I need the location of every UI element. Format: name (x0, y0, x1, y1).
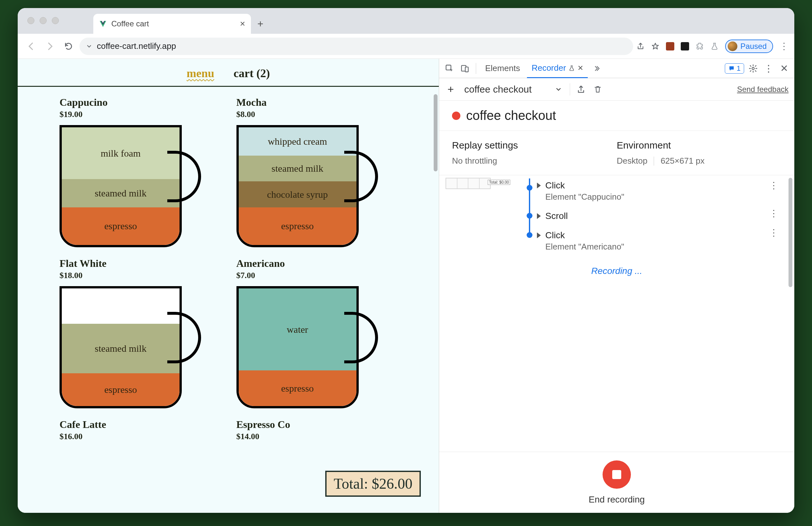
flask-icon (568, 65, 575, 71)
export-icon[interactable] (575, 84, 587, 95)
delete-icon[interactable] (592, 84, 604, 95)
minimize-window[interactable] (40, 17, 47, 24)
step-type: Click (545, 230, 565, 240)
reload-button[interactable] (61, 39, 76, 54)
product-mocha[interactable]: Mocha$8.00whipped creamsteamed milkchoco… (236, 96, 397, 247)
devtools-panel: Elements Recorder ✕ 1 ⋮ ✕ + (439, 59, 794, 513)
layer-espresso: espresso (239, 371, 357, 406)
scrollbar[interactable] (788, 178, 792, 287)
layer-steamed-milk: steamed milk (62, 179, 179, 207)
bookmark-icon[interactable] (651, 42, 659, 50)
browser-tab[interactable]: Coffee cart × (93, 14, 251, 34)
devtools-menu-icon[interactable]: ⋮ (762, 62, 775, 75)
end-recording-label: End recording (589, 495, 645, 505)
layer-blank (62, 288, 179, 324)
step-click[interactable]: Click Element "Americano" ⋮ (523, 226, 785, 256)
step-desc: Element "Cappucino" (545, 192, 785, 202)
inspect-icon[interactable] (443, 62, 456, 75)
step-menu-icon[interactable]: ⋮ (769, 212, 778, 215)
window-controls (27, 17, 59, 24)
send-feedback-link[interactable]: Send feedback (737, 85, 788, 94)
product-espresso-co[interactable]: Espresso Co$14.00 (236, 419, 397, 441)
step-menu-icon[interactable]: ⋮ (769, 231, 778, 234)
environment-heading: Environment (617, 140, 781, 151)
total-pill[interactable]: Total: $26.00 (325, 471, 421, 497)
device-value: Desktop (617, 156, 647, 166)
device-toggle-icon[interactable] (459, 62, 471, 75)
share-icon[interactable] (636, 42, 645, 50)
throttling-value[interactable]: No throttling (452, 156, 617, 166)
omnibox[interactable]: coffee-cart.netlify.app (79, 37, 633, 55)
layer-milk-foam: milk foam (62, 127, 179, 179)
product-name: Americano (236, 257, 397, 269)
scrollbar[interactable] (434, 94, 437, 171)
zoom-window[interactable] (52, 17, 59, 24)
product-price: $16.00 (59, 432, 220, 441)
layer-steamed-milk: steamed milk (239, 155, 357, 182)
recorder-toolbar: + coffee checkout Send feedback (439, 78, 794, 101)
extension-icon[interactable] (681, 42, 689, 50)
site-info-icon[interactable] (86, 43, 92, 49)
close-tab-icon[interactable]: × (240, 19, 245, 29)
product-cappucino[interactable]: Cappucino$19.00milk foamsteamed milkespr… (59, 96, 220, 247)
close-tab-icon[interactable]: ✕ (578, 64, 583, 72)
recorder-footer: End recording (439, 452, 794, 513)
content-area: menu cart (2) Cappucino$19.00milk foamst… (18, 59, 794, 513)
back-button[interactable] (24, 39, 39, 54)
expand-caret-icon[interactable] (537, 232, 541, 238)
extension-icon[interactable] (666, 42, 674, 50)
step-scroll[interactable]: Scroll ⋮ (523, 207, 785, 226)
nav-cart[interactable]: cart (2) (234, 66, 270, 80)
product-price: $7.00 (236, 271, 397, 280)
layer-chocolate-syrup: chocolate syrup (239, 181, 357, 207)
layer-water: water (239, 288, 357, 371)
recorder-settings: Replay settings No throttling Environmen… (439, 131, 794, 175)
close-devtools-icon[interactable]: ✕ (778, 62, 791, 75)
step-thumbnail: Total: $0.00 (446, 178, 491, 189)
new-tab-button[interactable]: + (257, 18, 263, 34)
profile-paused[interactable]: Paused (725, 40, 773, 53)
vue-icon (99, 20, 107, 28)
close-window[interactable] (27, 17, 34, 24)
product-flat-white[interactable]: Flat White$18.00steamed milkespresso (59, 257, 220, 408)
layer-whipped-cream: whipped cream (239, 127, 357, 155)
labs-icon[interactable] (710, 42, 719, 50)
product-americano[interactable]: Americano$7.00waterespresso (236, 257, 397, 408)
avatar-icon (728, 42, 737, 51)
product-cafe-latte[interactable]: Cafe Latte$16.00 (59, 419, 220, 441)
more-tabs-icon[interactable] (590, 62, 603, 75)
expand-caret-icon[interactable] (537, 213, 541, 219)
record-indicator-icon (452, 111, 460, 120)
replay-settings-heading: Replay settings (452, 140, 617, 151)
tab-recorder[interactable]: Recorder ✕ (527, 59, 588, 78)
product-price: $18.00 (59, 271, 220, 280)
step-click[interactable]: Click Element "Cappucino" ⋮ (523, 178, 785, 207)
browser-menu-icon[interactable]: ⋮ (780, 45, 788, 47)
nav-menu[interactable]: menu (187, 66, 214, 80)
tab-elements[interactable]: Elements (481, 59, 524, 78)
step-menu-icon[interactable]: ⋮ (769, 184, 778, 187)
product-name: Cappucino (59, 96, 220, 108)
forward-button[interactable] (42, 39, 58, 54)
product-name: Espresso Co (236, 419, 397, 431)
new-recording-icon[interactable]: + (445, 84, 456, 95)
product-name: Cafe Latte (59, 419, 220, 431)
extensions-menu-icon[interactable] (696, 42, 704, 50)
settings-icon[interactable] (747, 62, 759, 75)
expand-caret-icon[interactable] (537, 183, 541, 189)
messages-badge[interactable]: 1 (725, 63, 744, 74)
url-text: coffee-cart.netlify.app (97, 41, 176, 51)
tab-strip: Coffee cart × + (18, 8, 794, 34)
toolbar-icons: Paused ⋮ (636, 40, 788, 53)
layer-espresso: espresso (62, 207, 179, 245)
svg-rect-2 (465, 67, 468, 72)
stop-icon (612, 470, 621, 479)
end-recording-button[interactable] (603, 461, 631, 489)
timeline (523, 178, 537, 207)
product-price: $19.00 (59, 110, 220, 119)
recording-title: coffee checkout (439, 101, 794, 131)
product-price: $14.00 (236, 432, 397, 441)
recording-select[interactable]: coffee checkout (462, 82, 565, 97)
svg-point-3 (752, 67, 754, 70)
browser-window: Coffee cart × + coffee-cart.netlify.app … (18, 8, 794, 513)
